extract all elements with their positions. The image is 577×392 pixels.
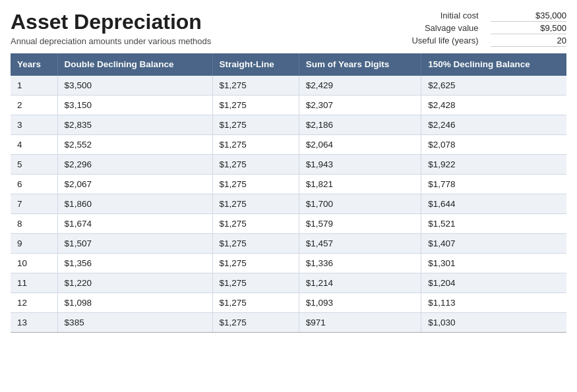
cell-sum_of_years: $2,307 bbox=[299, 95, 421, 115]
table-row: 13$385$1,275$971$1,030 bbox=[11, 312, 566, 332]
col-header-straight_line: Straight-Line bbox=[212, 53, 299, 76]
cell-declining_150: $2,246 bbox=[421, 115, 566, 134]
col-header-years: Years bbox=[11, 53, 57, 76]
table-row: 11$1,220$1,275$1,214$1,204 bbox=[11, 273, 566, 293]
cell-double_declining: $1,220 bbox=[57, 273, 212, 293]
cell-declining_150: $1,030 bbox=[421, 312, 566, 332]
table-row: 2$3,150$1,275$2,307$2,428 bbox=[11, 95, 566, 115]
cell-double_declining: $1,507 bbox=[57, 233, 212, 253]
table-row: 7$1,860$1,275$1,700$1,644 bbox=[11, 194, 566, 213]
table-body: 1$3,500$1,275$2,429$2,6252$3,150$1,275$2… bbox=[11, 76, 566, 333]
table-row: 6$2,067$1,275$1,821$1,778 bbox=[11, 174, 566, 194]
cell-year: 9 bbox=[11, 233, 57, 253]
col-header-declining_150: 150% Declining Balance bbox=[421, 53, 566, 76]
cell-sum_of_years: $1,821 bbox=[299, 174, 421, 194]
table-row: 4$2,552$1,275$2,064$2,078 bbox=[11, 134, 566, 154]
table-row: 12$1,098$1,275$1,093$1,113 bbox=[11, 293, 566, 312]
cell-declining_150: $2,078 bbox=[421, 134, 566, 154]
table-row: 5$2,296$1,275$1,943$1,922 bbox=[11, 154, 566, 174]
cell-year: 1 bbox=[11, 76, 57, 96]
cell-declining_150: $1,113 bbox=[421, 293, 566, 312]
cell-sum_of_years: $2,064 bbox=[299, 134, 421, 154]
cell-straight_line: $1,275 bbox=[212, 213, 299, 233]
cell-declining_150: $1,778 bbox=[421, 174, 566, 194]
cell-declining_150: $1,922 bbox=[421, 154, 566, 174]
main-title: Asset Depreciation bbox=[11, 11, 369, 34]
table-row: 8$1,674$1,275$1,579$1,521 bbox=[11, 213, 566, 233]
cell-sum_of_years: $971 bbox=[299, 312, 421, 332]
table-row: 10$1,356$1,275$1,336$1,301 bbox=[11, 253, 566, 273]
cell-sum_of_years: $1,457 bbox=[299, 233, 421, 253]
cell-declining_150: $1,204 bbox=[421, 273, 566, 293]
info-value: $9,500 bbox=[491, 23, 566, 34]
cell-sum_of_years: $2,186 bbox=[299, 115, 421, 134]
cell-straight_line: $1,275 bbox=[212, 154, 299, 174]
cell-year: 10 bbox=[11, 253, 57, 273]
cell-year: 12 bbox=[11, 293, 57, 312]
cell-declining_150: $1,301 bbox=[421, 253, 566, 273]
cell-straight_line: $1,275 bbox=[212, 233, 299, 253]
cell-double_declining: $2,552 bbox=[57, 134, 212, 154]
cell-year: 13 bbox=[11, 312, 57, 332]
cell-double_declining: $2,067 bbox=[57, 174, 212, 194]
cell-straight_line: $1,275 bbox=[212, 115, 299, 134]
cell-double_declining: $385 bbox=[57, 312, 212, 332]
info-label: Salvage value bbox=[382, 23, 483, 34]
cell-straight_line: $1,275 bbox=[212, 76, 299, 96]
cell-straight_line: $1,275 bbox=[212, 95, 299, 115]
cell-year: 5 bbox=[11, 154, 57, 174]
cell-declining_150: $1,521 bbox=[421, 213, 566, 233]
cell-double_declining: $2,296 bbox=[57, 154, 212, 174]
cell-sum_of_years: $1,700 bbox=[299, 194, 421, 213]
cell-straight_line: $1,275 bbox=[212, 194, 299, 213]
info-value: $35,000 bbox=[491, 11, 566, 22]
cell-sum_of_years: $1,579 bbox=[299, 213, 421, 233]
cell-year: 7 bbox=[11, 194, 57, 213]
cell-double_declining: $2,835 bbox=[57, 115, 212, 134]
table-row: 3$2,835$1,275$2,186$2,246 bbox=[11, 115, 566, 134]
cell-year: 2 bbox=[11, 95, 57, 115]
col-header-sum_of_years: Sum of Years Digits bbox=[299, 53, 421, 76]
subtitle: Annual depreciation amounts under variou… bbox=[11, 36, 369, 46]
cell-straight_line: $1,275 bbox=[212, 273, 299, 293]
info-block: Initial cost$35,000Salvage value$9,500Us… bbox=[382, 11, 566, 47]
cell-double_declining: $1,674 bbox=[57, 213, 212, 233]
cell-sum_of_years: $1,336 bbox=[299, 253, 421, 273]
title-block: Asset Depreciation Annual depreciation a… bbox=[11, 11, 369, 46]
cell-year: 11 bbox=[11, 273, 57, 293]
cell-declining_150: $2,625 bbox=[421, 76, 566, 96]
cell-double_declining: $3,150 bbox=[57, 95, 212, 115]
table-row: 9$1,507$1,275$1,457$1,407 bbox=[11, 233, 566, 253]
cell-declining_150: $1,644 bbox=[421, 194, 566, 213]
cell-declining_150: $2,428 bbox=[421, 95, 566, 115]
cell-straight_line: $1,275 bbox=[212, 253, 299, 273]
cell-straight_line: $1,275 bbox=[212, 312, 299, 332]
cell-sum_of_years: $1,214 bbox=[299, 273, 421, 293]
cell-sum_of_years: $2,429 bbox=[299, 76, 421, 96]
info-label: Initial cost bbox=[382, 11, 483, 22]
cell-double_declining: $1,098 bbox=[57, 293, 212, 312]
col-header-double_declining: Double Declining Balance bbox=[57, 53, 212, 76]
depreciation-table: YearsDouble Declining BalanceStraight-Li… bbox=[11, 53, 566, 333]
cell-sum_of_years: $1,943 bbox=[299, 154, 421, 174]
header-section: Asset Depreciation Annual depreciation a… bbox=[11, 11, 566, 47]
cell-straight_line: $1,275 bbox=[212, 134, 299, 154]
cell-double_declining: $3,500 bbox=[57, 76, 212, 96]
table-wrapper: YearsDouble Declining BalanceStraight-Li… bbox=[11, 53, 566, 333]
cell-sum_of_years: $1,093 bbox=[299, 293, 421, 312]
cell-straight_line: $1,275 bbox=[212, 293, 299, 312]
cell-year: 4 bbox=[11, 134, 57, 154]
cell-year: 6 bbox=[11, 174, 57, 194]
cell-straight_line: $1,275 bbox=[212, 174, 299, 194]
table-header-row: YearsDouble Declining BalanceStraight-Li… bbox=[11, 53, 566, 76]
cell-double_declining: $1,356 bbox=[57, 253, 212, 273]
cell-declining_150: $1,407 bbox=[421, 233, 566, 253]
info-value: 20 bbox=[491, 36, 566, 47]
table-row: 1$3,500$1,275$2,429$2,625 bbox=[11, 76, 566, 96]
cell-year: 8 bbox=[11, 213, 57, 233]
cell-year: 3 bbox=[11, 115, 57, 134]
cell-double_declining: $1,860 bbox=[57, 194, 212, 213]
info-label: Useful life (years) bbox=[382, 36, 483, 47]
